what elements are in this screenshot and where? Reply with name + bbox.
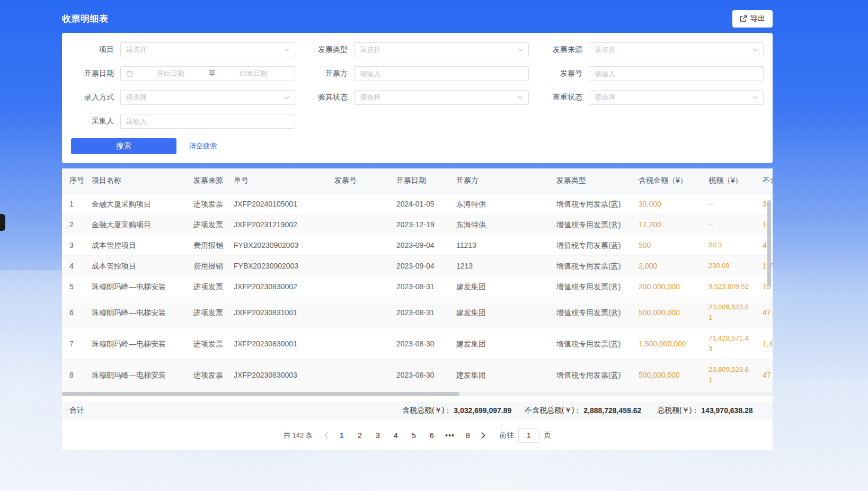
chevron-down-icon xyxy=(752,96,758,99)
cell-doc-no: JXFP20230830001 xyxy=(227,328,328,359)
pager-page-2[interactable]: 2 xyxy=(352,428,368,443)
export-button[interactable]: 导出 xyxy=(732,10,773,28)
pager-page-8[interactable]: 8 xyxy=(460,428,476,443)
dedup-status-select[interactable]: 请选择 xyxy=(589,90,764,105)
invoice-detail-page: 收票明细表 导出 项目 请选择 xyxy=(62,0,773,450)
cell-project: 珠穆朗玛峰—电梯安装 xyxy=(85,328,187,359)
invoice-type-select[interactable]: 请选择 xyxy=(354,42,529,57)
table-row: 2 金融大厦采购项目 进项发票 JXFP20231219002 2023-12-… xyxy=(62,214,773,235)
col-header-invoice-no: 发票号 xyxy=(328,168,390,193)
filter-invoice-source: 发票来源 请选择 xyxy=(530,42,773,57)
collector-input[interactable] xyxy=(120,114,295,129)
cell-date: 2023-08-31 xyxy=(390,276,450,297)
cell-tax: 230.09 xyxy=(703,255,756,276)
dedup-status-label: 查重状态 xyxy=(530,93,589,102)
col-header-issuer: 开票方 xyxy=(450,168,550,193)
pager-ellipsis[interactable]: ••• xyxy=(442,428,458,443)
collector-label: 采集人 xyxy=(62,117,120,126)
pagination: 共 142 条 123456•••8 前往 页 xyxy=(62,424,773,447)
cell-doc-no: FYBX20230902003 xyxy=(227,255,328,276)
invoice-no-input[interactable] xyxy=(589,66,764,81)
entry-method-select-placeholder: 请选择 xyxy=(126,93,284,102)
filter-dedup-status: 查重状态 请选择 xyxy=(530,90,773,105)
cell-tax: -- xyxy=(703,214,756,235)
cell-seq: 2 xyxy=(62,214,85,235)
summary-total-tax-label: 总税额(￥)： xyxy=(657,406,699,415)
verify-status-select[interactable]: 请选择 xyxy=(354,90,529,105)
pager-page-4[interactable]: 4 xyxy=(388,428,404,443)
project-select[interactable]: 请选择 xyxy=(120,42,295,57)
drawer-handle[interactable] xyxy=(0,214,5,231)
project-label: 项目 xyxy=(62,45,120,55)
horizontal-scrollbar-thumb[interactable] xyxy=(62,392,459,396)
filter-invoice-date: 开票日期 开始日期 至 结束日期 xyxy=(62,66,296,81)
summary-total-tax: 总税额(￥)： 143,970,638.28 xyxy=(657,406,753,415)
entry-method-select[interactable]: 请选择 xyxy=(120,90,295,105)
start-date-placeholder: 开始日期 xyxy=(135,69,207,78)
cell-source: 进项发票 xyxy=(187,328,227,359)
col-header-tax: 税额（¥） xyxy=(703,168,756,193)
page-title: 收票明细表 xyxy=(62,13,109,25)
cell-issuer: 建发集团 xyxy=(450,276,550,297)
search-button[interactable]: 搜索 xyxy=(71,138,176,154)
cell-amount-excl: 47 xyxy=(756,359,773,390)
summary-tax-excluded: 不含税总额(￥)： 2,888,728,459.62 xyxy=(525,406,641,415)
date-separator: 至 xyxy=(207,69,218,78)
invoice-source-select[interactable]: 请选择 xyxy=(589,42,764,57)
vertical-scrollbar[interactable] xyxy=(767,200,771,286)
invoice-date-range-picker[interactable]: 开始日期 至 结束日期 xyxy=(120,66,295,81)
cell-project: 成本管控项目 xyxy=(85,255,187,276)
cell-type: 增值税专用发票(蓝) xyxy=(550,359,632,390)
cell-amount-incl: 500,000,000 xyxy=(632,297,703,328)
col-header-doc-no: 单号 xyxy=(227,168,328,193)
chevron-down-icon xyxy=(284,96,289,99)
pager-page-3[interactable]: 3 xyxy=(370,428,386,443)
cell-type: 增值税专用发票(蓝) xyxy=(550,235,632,255)
cell-amount-incl: 500 xyxy=(632,235,703,255)
col-header-seq: 序号 xyxy=(62,168,85,193)
cell-seq: 8 xyxy=(62,359,85,390)
goto-unit-label: 页 xyxy=(544,431,551,440)
cell-amount-incl: 17,200 xyxy=(632,214,703,235)
cell-source: 进项发票 xyxy=(187,359,227,390)
goto-page-input[interactable] xyxy=(518,428,539,443)
cell-project: 金融大厦采购项目 xyxy=(85,214,187,235)
cell-source: 费用报销 xyxy=(187,255,227,276)
project-select-placeholder: 请选择 xyxy=(126,45,284,55)
cell-amount-incl: 500,000,000 xyxy=(632,359,703,390)
table-row: 8 珠穆朗玛峰—电梯安装 进项发票 JXFP20230830003 2023-0… xyxy=(62,359,773,390)
col-header-source: 发票来源 xyxy=(187,168,227,193)
cell-doc-no: FYBX20230902003 xyxy=(227,235,328,255)
dedup-status-select-placeholder: 请选择 xyxy=(595,93,752,102)
pager-page-1[interactable]: 1 xyxy=(334,428,350,443)
issuer-input[interactable] xyxy=(354,66,529,81)
cell-project: 金融大厦采购项目 xyxy=(85,193,187,214)
cell-amount-excl: 1,4 xyxy=(756,328,773,359)
cell-tax: 23,809,523.81 xyxy=(703,359,756,390)
cell-date: 2023-12-19 xyxy=(390,214,450,235)
clear-search-link[interactable]: 清空搜索 xyxy=(189,141,217,151)
next-page-button[interactable] xyxy=(477,428,490,443)
cell-date: 2023-09-04 xyxy=(390,235,450,255)
filter-actions: 搜索 清空搜索 xyxy=(62,138,773,154)
filter-invoice-no: 发票号 xyxy=(530,66,773,81)
summary-tax-included: 含税总额(￥)： 3,032,699,097.89 xyxy=(402,406,511,415)
cell-tax: 28.3 xyxy=(703,235,756,255)
summary-row: 合计 含税总额(￥)： 3,032,699,097.89 不含税总额(￥)： 2… xyxy=(62,401,773,419)
prev-page-button[interactable] xyxy=(320,428,333,443)
cell-type: 增值税专用发票(蓝) xyxy=(550,193,632,214)
summary-total-tax-value: 143,970,638.28 xyxy=(701,406,752,415)
cell-type: 增值税专用发票(蓝) xyxy=(550,276,632,297)
pagination-total: 共 142 条 xyxy=(284,431,313,440)
cell-invoice-no xyxy=(328,214,390,235)
cell-seq: 7 xyxy=(62,328,85,359)
filter-invoice-type: 发票类型 请选择 xyxy=(296,42,530,57)
filter-panel: 项目 请选择 发票类型 请选择 发票来源 xyxy=(62,33,773,163)
pager-page-5[interactable]: 5 xyxy=(406,428,422,443)
chevron-down-icon xyxy=(518,96,523,99)
cell-project: 成本管控项目 xyxy=(85,235,187,255)
horizontal-scrollbar[interactable] xyxy=(62,392,773,396)
pager-page-6[interactable]: 6 xyxy=(424,428,440,443)
cell-seq: 1 xyxy=(62,193,85,214)
cell-amount-incl: 2,000 xyxy=(632,255,703,276)
